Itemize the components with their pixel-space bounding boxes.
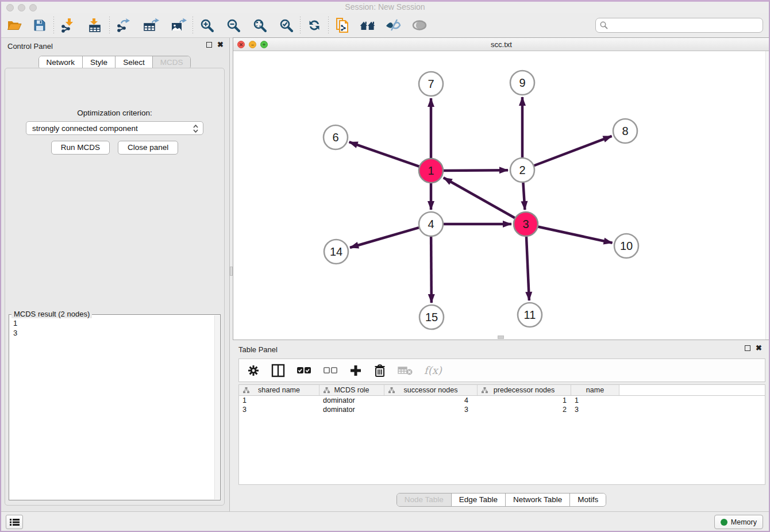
tab-select[interactable]: Select (116, 56, 153, 69)
mcds-result-text[interactable]: 13 (10, 315, 214, 499)
graph-node-label: 6 (332, 131, 338, 144)
toolbar-separator (53, 17, 54, 34)
column-header-MCDS-role[interactable]: MCDS role (319, 385, 384, 395)
function-builder-icon: f(x) (424, 364, 442, 376)
export-network-icon[interactable] (115, 17, 132, 34)
cell-name[interactable]: 1 (571, 396, 619, 405)
select-stepper-icon (192, 124, 199, 136)
table-settings-icon[interactable] (247, 364, 260, 377)
open-file-icon[interactable] (6, 17, 23, 34)
graph-node-label: 3 (522, 218, 529, 230)
table-tabs: Node TableEdge TableNetwork TableMotifs (233, 493, 770, 507)
show-columns-icon[interactable] (271, 364, 285, 377)
graph-edge-1-2[interactable] (442, 170, 508, 171)
tab-network[interactable]: Network (39, 56, 83, 69)
export-image-icon[interactable] (170, 17, 187, 34)
cell-predecessor-nodes[interactable]: 1 (478, 396, 571, 405)
table-row[interactable]: 3dominator323 (239, 405, 765, 414)
graph-node-label: 7 (428, 78, 434, 90)
graph-node-label: 4 (428, 218, 434, 230)
import-network-icon[interactable] (59, 17, 76, 34)
show-panels-menu-button[interactable] (6, 515, 23, 529)
network-window-title: scc.txt (233, 40, 769, 49)
table-tab-node-table[interactable]: Node Table (397, 494, 452, 506)
export-table-icon[interactable] (143, 17, 160, 34)
search-input[interactable] (595, 18, 763, 33)
search-icon (599, 21, 609, 30)
run-mcds-button[interactable]: Run MCDS (51, 141, 110, 155)
memory-label: Memory (731, 518, 757, 526)
column-header-shared-name[interactable]: shared name (239, 385, 319, 395)
network-window-titlebar[interactable]: ✕ – + scc.txt (233, 38, 769, 51)
table-tab-edge-table[interactable]: Edge Table (452, 494, 506, 506)
network-bottom-grip[interactable] (498, 336, 504, 339)
add-row-icon[interactable] (349, 364, 362, 377)
control-panel: Control Panel ✖ NetworkStyleSelectMCDS O… (0, 38, 229, 511)
birds-eye-view-icon[interactable] (411, 17, 428, 34)
zoom-fit-icon[interactable] (251, 17, 268, 34)
node-table[interactable]: shared nameMCDS rolesuccessor nodesprede… (238, 384, 765, 485)
graph-node-label: 9 (519, 76, 525, 89)
graph-edge-4-14[interactable] (350, 227, 421, 248)
select-all-check-icon[interactable] (297, 366, 311, 375)
table-tab-network-table[interactable]: Network Table (506, 494, 570, 506)
cell-shared-name[interactable]: 1 (239, 396, 319, 405)
clone-network-icon[interactable] (334, 17, 351, 34)
graph-edge-4-15[interactable] (431, 235, 432, 303)
status-bar: Memory (0, 511, 770, 532)
import-table-icon[interactable] (87, 17, 104, 34)
close-table-panel-icon[interactable]: ✖ (756, 345, 762, 351)
close-panel-icon[interactable]: ✖ (217, 42, 224, 48)
table-header-row[interactable]: shared nameMCDS rolesuccessor nodesprede… (239, 385, 765, 396)
zoom-out-icon[interactable] (225, 17, 242, 34)
cell-MCDS-role[interactable]: dominator (319, 396, 384, 405)
graph-edge-2-3[interactable] (523, 181, 525, 210)
float-table-panel-icon[interactable] (745, 345, 750, 351)
home-icon[interactable] (359, 17, 376, 34)
network-vertical-scrollbar[interactable] (765, 51, 769, 340)
refresh-view-icon[interactable] (306, 17, 323, 34)
cell-successor-nodes[interactable]: 4 (384, 396, 478, 405)
graph-node-label: 2 (519, 164, 525, 176)
cell-successor-nodes[interactable]: 3 (384, 405, 478, 414)
network-graph[interactable]: 7968124314101511 (233, 51, 767, 340)
table-tab-motifs[interactable]: Motifs (570, 494, 606, 506)
table-row[interactable]: 1dominator411 (239, 396, 765, 405)
graph-edge-2-8[interactable] (533, 136, 612, 166)
graph-edge-3-1[interactable] (444, 178, 517, 218)
toolbar-separator (109, 17, 110, 34)
graph-node-label: 10 (620, 240, 633, 252)
main-toolbar (0, 13, 770, 38)
graph-edge-3-10[interactable] (537, 226, 613, 243)
zoom-selected-icon[interactable] (278, 17, 295, 34)
zoom-in-icon[interactable] (198, 17, 215, 34)
cell-MCDS-role[interactable]: dominator (319, 405, 384, 414)
save-session-icon[interactable] (31, 17, 48, 34)
result-scrollbar[interactable] (214, 315, 220, 499)
memory-status-icon (721, 519, 727, 526)
graph-edge-1-6[interactable] (349, 142, 421, 167)
cell-name[interactable]: 3 (571, 405, 619, 414)
tab-mcds[interactable]: MCDS (153, 56, 191, 69)
optimization-criterion-label: Optimization criterion: (5, 109, 224, 117)
cell-predecessor-nodes[interactable]: 2 (478, 405, 571, 414)
control-panel-title: Control Panel (7, 42, 53, 51)
network-canvas[interactable]: 7968124314101511 (233, 51, 769, 340)
toolbar-separator (328, 17, 329, 34)
delete-row-icon[interactable] (374, 364, 386, 377)
tab-style[interactable]: Style (83, 56, 116, 69)
float-panel-icon[interactable] (206, 42, 212, 48)
table-panel: Table Panel ✖ (233, 342, 770, 511)
column-header-name[interactable]: name (571, 385, 619, 395)
column-header-successor-nodes[interactable]: successor nodes (384, 385, 478, 395)
graph-node-label: 15 (425, 311, 438, 323)
criterion-select[interactable]: strongly connected component (26, 121, 203, 135)
cell-shared-name[interactable]: 3 (239, 405, 319, 414)
list-icon (10, 518, 20, 526)
graph-edge-3-11[interactable] (526, 235, 529, 300)
deselect-all-check-icon[interactable] (323, 366, 338, 375)
close-panel-button[interactable]: Close panel (118, 141, 178, 155)
hide-graphics-details-icon[interactable] (384, 17, 402, 34)
column-header-predecessor-nodes[interactable]: predecessor nodes (478, 385, 571, 395)
memory-button[interactable]: Memory (714, 515, 763, 529)
